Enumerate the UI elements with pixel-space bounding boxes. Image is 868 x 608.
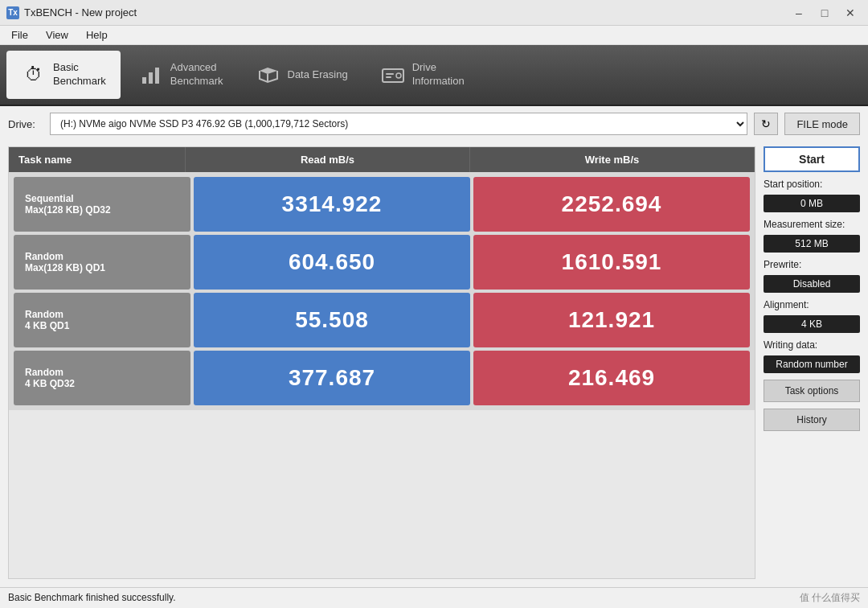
writing-data-value: Random number — [764, 355, 860, 373]
main-content: Task name Read mB/s Write mB/s Sequentia… — [0, 138, 868, 587]
advanced-benchmark-icon — [138, 62, 164, 88]
svg-rect-1 — [149, 72, 153, 84]
basic-benchmark-icon: ⏱ — [21, 62, 47, 88]
drive-information-icon — [380, 62, 406, 88]
data-erasing-label: Data Erasing — [288, 68, 348, 82]
write-value-random-4kb-qd32: 216.469 — [473, 351, 750, 405]
refresh-icon: ↻ — [761, 117, 771, 130]
svg-rect-2 — [155, 68, 159, 84]
left-panel: Task name Read mB/s Write mB/s Sequentia… — [8, 146, 755, 579]
history-button[interactable]: History — [764, 409, 860, 431]
task-name-random-4kb-qd1: Random4 KB QD1 — [14, 293, 190, 347]
advanced-benchmark-label: AdvancedBenchmark — [170, 61, 223, 88]
header-read: Read mB/s — [186, 147, 470, 172]
start-position-label: Start position: — [764, 179, 860, 190]
prewrite-label: Prewrite: — [764, 259, 860, 270]
window-title: TxBENCH - New project — [24, 6, 137, 18]
table-row: RandomMax(128 KB) QD1 604.650 1610.591 — [14, 235, 750, 290]
svg-point-5 — [396, 73, 401, 78]
drive-select[interactable]: (H:) NVMe aigo NVMe SSD P3 476.92 GB (1,… — [50, 113, 747, 135]
menu-help[interactable]: Help — [78, 27, 116, 43]
table-header: Task name Read mB/s Write mB/s — [9, 147, 755, 172]
tab-data-erasing[interactable]: Data Erasing — [241, 51, 362, 99]
menu-file[interactable]: File — [3, 27, 36, 43]
status-bar: Basic Benchmark finished successfully. 值… — [0, 587, 868, 608]
write-value-random-4kb-qd1: 121.921 — [473, 293, 750, 347]
basic-benchmark-label: BasicBenchmark — [53, 61, 106, 88]
svg-rect-7 — [386, 76, 391, 78]
write-value-random-128kb: 1610.591 — [473, 235, 750, 290]
app-icon: Tx — [6, 6, 19, 19]
measurement-size-label: Measurement size: — [764, 219, 860, 230]
window-controls: – □ ✕ — [788, 5, 862, 21]
file-mode-button[interactable]: FILE mode — [784, 113, 860, 135]
toolbar: ⏱ BasicBenchmark AdvancedBenchmark Data … — [0, 45, 868, 106]
read-value-random-4kb-qd32: 377.687 — [194, 351, 470, 405]
task-name-random-4kb-qd32: Random4 KB QD32 — [14, 351, 190, 405]
task-name-sequential: SequentialMax(128 KB) QD32 — [14, 177, 190, 232]
data-erasing-icon — [256, 62, 281, 88]
tab-basic-benchmark[interactable]: ⏱ BasicBenchmark — [6, 51, 121, 99]
right-panel: Start Start position: 0 MB Measurement s… — [764, 146, 860, 579]
tab-drive-information[interactable]: DriveInformation — [366, 51, 479, 99]
drive-information-label: DriveInformation — [412, 61, 465, 88]
table-row: Random4 KB QD1 55.508 121.921 — [14, 293, 750, 347]
read-value-sequential: 3314.922 — [194, 177, 470, 232]
svg-rect-4 — [383, 69, 403, 82]
close-button[interactable]: ✕ — [839, 5, 862, 21]
task-options-button[interactable]: Task options — [764, 380, 860, 402]
results-table: Task name Read mB/s Write mB/s Sequentia… — [8, 146, 755, 579]
menu-bar: File View Help — [0, 26, 868, 45]
watermark: 值 什么值得买 — [800, 591, 860, 605]
tab-advanced-benchmark[interactable]: AdvancedBenchmark — [124, 51, 238, 99]
prewrite-value: Disabled — [764, 275, 860, 293]
menu-view[interactable]: View — [38, 27, 76, 43]
measurement-size-value: 512 MB — [764, 235, 860, 253]
minimize-button[interactable]: – — [788, 5, 810, 21]
task-name-random-128kb: RandomMax(128 KB) QD1 — [14, 235, 190, 290]
table-row: Random4 KB QD32 377.687 216.469 — [14, 351, 750, 405]
writing-data-label: Writing data: — [764, 339, 860, 351]
drive-refresh-button[interactable]: ↻ — [754, 113, 778, 135]
read-value-random-4kb-qd1: 55.508 — [194, 293, 470, 347]
status-text: Basic Benchmark finished successfully. — [8, 592, 176, 603]
header-write: Write mB/s — [470, 147, 755, 172]
table-row: SequentialMax(128 KB) QD32 3314.922 2252… — [14, 177, 750, 232]
svg-rect-0 — [142, 77, 146, 84]
drive-label: Drive: — [8, 118, 43, 130]
alignment-label: Alignment: — [764, 299, 860, 310]
start-button[interactable]: Start — [764, 146, 860, 172]
alignment-value: 4 KB — [764, 315, 860, 333]
table-body: SequentialMax(128 KB) QD32 3314.922 2252… — [9, 172, 755, 410]
svg-rect-6 — [386, 73, 394, 75]
write-value-sequential: 2252.694 — [473, 177, 750, 232]
title-bar: Tx TxBENCH - New project – □ ✕ — [0, 0, 868, 26]
start-position-value: 0 MB — [764, 195, 860, 212]
read-value-random-128kb: 604.650 — [194, 235, 470, 290]
maximize-button[interactable]: □ — [813, 5, 836, 21]
header-task-name: Task name — [9, 147, 186, 172]
